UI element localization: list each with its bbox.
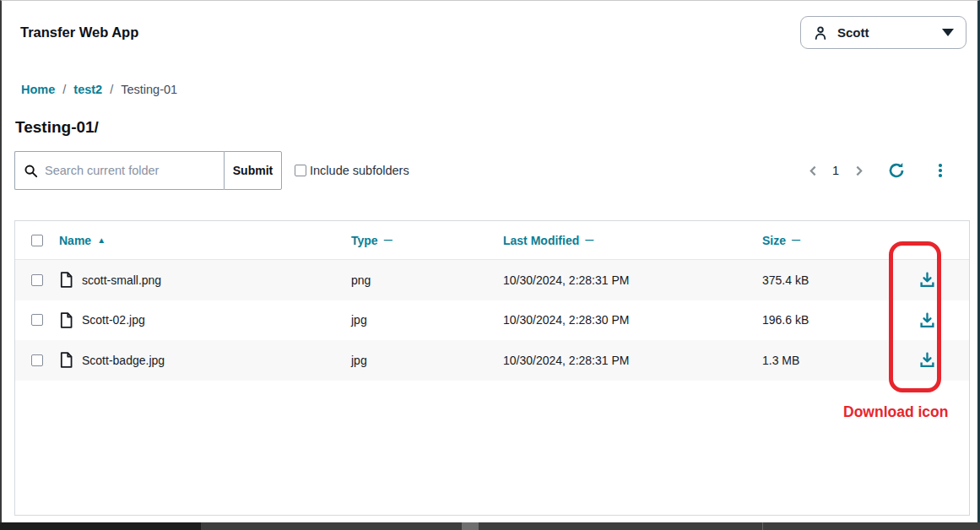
download-icon (919, 312, 935, 328)
user-name: Scott (837, 25, 869, 40)
download-button[interactable] (885, 272, 969, 288)
sort-none-icon: — (384, 235, 392, 245)
download-icon (919, 352, 935, 368)
breadcrumb-separator: / (110, 83, 113, 96)
file-icon (59, 272, 73, 288)
person-icon (813, 25, 828, 41)
column-header-name[interactable]: Name ▲ (59, 234, 351, 247)
taskbar-edge (0, 522, 980, 530)
page-title: Testing-01/ (15, 118, 99, 137)
kebab-menu-icon[interactable] (928, 159, 953, 182)
file-table: Name ▲ Type — Last Modified — Size — (14, 220, 970, 516)
row-checkbox[interactable] (31, 354, 43, 366)
refresh-icon (888, 162, 905, 179)
table-row: Scott-badge.jpg jpg 10/30/2024, 2:28:31 … (15, 340, 969, 381)
sort-none-icon: — (585, 235, 593, 245)
search-input[interactable] (45, 164, 205, 177)
chevron-down-icon (942, 29, 954, 36)
breadcrumb: Home / test2 / Testing-01 (21, 83, 177, 96)
refresh-button[interactable] (884, 159, 909, 182)
submit-button[interactable]: Submit (224, 151, 282, 190)
file-size: 1.3 MB (762, 354, 885, 367)
file-icon (59, 352, 73, 368)
row-checkbox[interactable] (31, 314, 43, 326)
breadcrumb-current: Testing-01 (121, 83, 177, 96)
file-size: 196.6 kB (762, 313, 885, 327)
file-name[interactable]: Scott-02.jpg (82, 313, 145, 327)
pagination: 1 (802, 158, 962, 183)
table-row: scott-small.png png 10/30/2024, 2:28:31 … (15, 260, 969, 300)
app-title: Transfer Web App (20, 24, 138, 41)
breadcrumb-test2[interactable]: test2 (73, 83, 102, 96)
taskbar-divider (762, 522, 763, 530)
search-box (14, 151, 224, 190)
column-header-last-modified[interactable]: Last Modified — (503, 234, 762, 247)
app-window: Transfer Web App Scott Home / test2 / Te… (0, 0, 980, 530)
include-subfolders-toggle[interactable]: Include subfolders (295, 151, 409, 190)
file-icon (59, 312, 73, 328)
table-row: Scott-02.jpg jpg 10/30/2024, 2:28:30 PM … (15, 300, 969, 341)
file-size: 375.4 kB (762, 273, 885, 287)
file-name[interactable]: Scott-badge.jpg (82, 354, 165, 367)
file-name[interactable]: scott-small.png (82, 273, 161, 287)
sort-ascending-icon: ▲ (97, 235, 106, 245)
include-subfolders-label: Include subfolders (310, 164, 409, 177)
download-button[interactable] (885, 352, 969, 368)
taskbar-segment (0, 522, 201, 530)
sort-none-icon: — (792, 235, 799, 245)
magnifier-icon (24, 164, 38, 178)
file-modified: 10/30/2024, 2:28:30 PM (503, 313, 762, 327)
column-header-size[interactable]: Size — (762, 234, 885, 247)
breadcrumb-separator: / (62, 83, 66, 96)
table-header-row: Name ▲ Type — Last Modified — Size — (15, 221, 969, 260)
file-modified: 10/30/2024, 2:28:31 PM (503, 354, 762, 367)
select-all-checkbox[interactable] (31, 235, 43, 246)
prev-page-button[interactable] (802, 159, 824, 182)
file-modified: 10/30/2024, 2:28:31 PM (503, 273, 762, 287)
column-header-type[interactable]: Type — (351, 234, 503, 247)
row-checkbox[interactable] (31, 274, 43, 286)
next-page-button[interactable] (847, 159, 869, 182)
annotation-label: Download icon (843, 403, 948, 421)
download-icon (919, 272, 935, 288)
file-type: jpg (351, 313, 503, 327)
download-button[interactable] (885, 312, 969, 328)
breadcrumb-home[interactable]: Home (21, 83, 55, 96)
file-type: jpg (351, 354, 503, 367)
file-type: png (351, 273, 503, 287)
user-menu-button[interactable]: Scott (800, 16, 966, 49)
taskbar-segment (462, 522, 479, 530)
include-subfolders-checkbox[interactable] (295, 165, 306, 176)
current-page-number: 1 (824, 164, 847, 177)
